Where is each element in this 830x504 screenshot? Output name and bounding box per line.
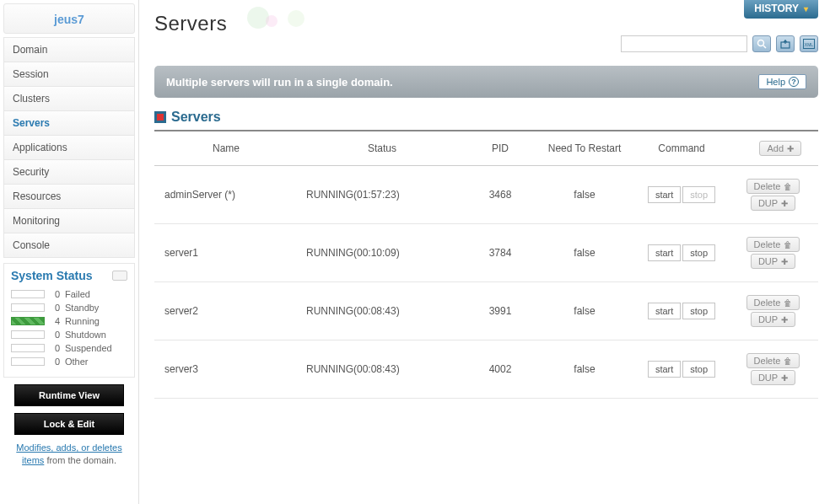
status-bar-icon — [11, 357, 45, 366]
stop-button[interactable]: stop — [682, 303, 715, 319]
add-button[interactable]: Add✚ — [759, 141, 801, 156]
section-icon — [154, 111, 166, 123]
cell-actions: Delete 🗑DUP ✚ — [728, 224, 818, 282]
export-icon[interactable] — [776, 35, 795, 52]
status-row-suspended: 0Suspended — [11, 341, 127, 355]
status-bar-icon — [11, 303, 45, 312]
trash-icon: 🗑 — [784, 240, 792, 249]
col-actions: Add✚ — [728, 131, 818, 166]
help-button[interactable]: Help ? — [758, 74, 806, 89]
cell-name: adminServer (*) — [154, 166, 298, 224]
decorative-bubbles — [247, 7, 305, 29]
search-icon[interactable] — [752, 35, 771, 52]
cell-command: startstop — [635, 282, 728, 340]
cell-actions: Delete 🗑DUP ✚ — [728, 166, 818, 224]
cell-pid: 3991 — [466, 282, 534, 340]
servers-table: Name Status PID Need To Restart Command … — [154, 131, 818, 399]
dup-button[interactable]: DUP ✚ — [751, 312, 795, 327]
sidebar-item-servers[interactable]: Servers — [3, 111, 135, 136]
col-status: Status — [298, 131, 466, 166]
plus-icon: ✚ — [781, 199, 788, 208]
status-bar-icon — [11, 344, 45, 352]
page-title: Servers — [154, 12, 818, 35]
cell-status: RUNNING(00:10:09) — [298, 224, 466, 282]
start-button[interactable]: start — [648, 303, 681, 319]
status-rows-container: 0Failed0Standby4Running0Shutdown0Suspend… — [11, 287, 127, 368]
system-status-title: System Status — [11, 269, 92, 282]
delete-button[interactable]: Delete 🗑 — [746, 179, 800, 194]
table-row: server1RUNNING(00:10:09)3784falsestartst… — [154, 224, 818, 282]
trash-icon: 🗑 — [784, 298, 792, 308]
cell-status: RUNNING(01:57:23) — [298, 166, 466, 224]
col-pid: PID — [466, 131, 534, 166]
runtime-view-button[interactable]: Runtime View — [14, 384, 124, 406]
cell-status: RUNNING(00:08:43) — [298, 282, 466, 340]
cell-pid: 3784 — [466, 224, 534, 282]
svg-point-0 — [758, 40, 764, 46]
stop-button[interactable]: stop — [682, 244, 715, 261]
table-row: adminServer (*)RUNNING(01:57:23)3468fals… — [154, 166, 818, 224]
sidebar-item-session[interactable]: Session — [3, 62, 135, 87]
cell-command: startstop — [635, 340, 728, 399]
delete-button[interactable]: Delete 🗑 — [746, 237, 800, 252]
delete-button[interactable]: Delete 🗑 — [746, 353, 800, 368]
cell-status: RUNNING(00:08:43) — [298, 340, 466, 399]
delete-button[interactable]: Delete 🗑 — [746, 295, 800, 310]
start-button[interactable]: start — [648, 186, 681, 203]
sidebar-item-console[interactable]: Console — [3, 233, 135, 258]
xml-icon[interactable]: XML — [800, 35, 818, 52]
sidebar-item-clusters[interactable]: Clusters — [3, 87, 135, 111]
status-row-other: 0Other — [11, 355, 127, 368]
sidebar-item-domain[interactable]: Domain — [3, 37, 135, 62]
status-bar-icon — [11, 330, 45, 339]
stop-button[interactable]: stop — [682, 361, 715, 378]
sidebar-note: Modifies, adds, or deletes items from th… — [3, 442, 135, 468]
stop-button[interactable]: stop — [682, 186, 715, 203]
start-button[interactable]: start — [648, 244, 681, 261]
sidebar-item-resources[interactable]: Resources — [3, 185, 135, 209]
col-restart: Need To Restart — [534, 131, 635, 166]
table-row: server3RUNNING(00:08:43)4002falsestartst… — [154, 340, 818, 399]
sidebar: jeus7 DomainSessionClustersServersApplic… — [0, 0, 139, 504]
cell-name: server1 — [154, 224, 298, 282]
svg-text:XML: XML — [805, 42, 814, 47]
top-toolbar: XML — [621, 35, 818, 52]
cell-command: startstop — [635, 166, 728, 224]
cell-pid: 4002 — [466, 340, 534, 399]
sidebar-item-applications[interactable]: Applications — [3, 136, 135, 160]
section-header: Servers — [154, 110, 818, 131]
cell-name: server3 — [154, 340, 298, 399]
status-row-shutdown: 0Shutdown — [11, 328, 127, 341]
brand-logo: jeus7 — [3, 3, 135, 34]
svg-line-1 — [763, 46, 766, 48]
cell-name: server2 — [154, 282, 298, 340]
status-row-running: 4Running — [11, 314, 127, 328]
col-command: Command — [635, 131, 728, 166]
status-bar-icon — [11, 290, 45, 298]
sidebar-item-security[interactable]: Security — [3, 160, 135, 185]
cell-actions: Delete 🗑DUP ✚ — [728, 282, 818, 340]
start-button[interactable]: start — [648, 361, 681, 378]
plus-icon: ✚ — [781, 257, 788, 266]
trash-icon: 🗑 — [784, 182, 792, 191]
cell-restart: false — [534, 224, 635, 282]
cell-actions: Delete 🗑DUP ✚ — [728, 340, 818, 399]
col-name: Name — [154, 131, 298, 166]
dup-button[interactable]: DUP ✚ — [751, 370, 795, 385]
info-banner: Multiple servers will run in a single do… — [154, 66, 818, 98]
trash-icon: 🗑 — [784, 357, 792, 366]
status-bar-icon — [11, 317, 45, 325]
dup-button[interactable]: DUP ✚ — [751, 196, 795, 211]
sidebar-nav: DomainSessionClustersServersApplications… — [3, 37, 135, 258]
sidebar-item-monitoring[interactable]: Monitoring — [3, 209, 135, 233]
plus-icon: ✚ — [781, 373, 788, 383]
lock-edit-button[interactable]: Lock & Edit — [14, 413, 124, 435]
system-status-panel: System Status 0Failed0Standby4Running0Sh… — [3, 263, 135, 378]
table-row: server2RUNNING(00:08:43)3991falsestartst… — [154, 282, 818, 340]
cell-pid: 3468 — [466, 166, 534, 224]
status-row-failed: 0Failed — [11, 287, 127, 301]
cell-restart: false — [534, 166, 635, 224]
status-refresh-icon[interactable] — [112, 271, 127, 281]
dup-button[interactable]: DUP ✚ — [751, 254, 795, 269]
search-input[interactable] — [621, 35, 747, 52]
